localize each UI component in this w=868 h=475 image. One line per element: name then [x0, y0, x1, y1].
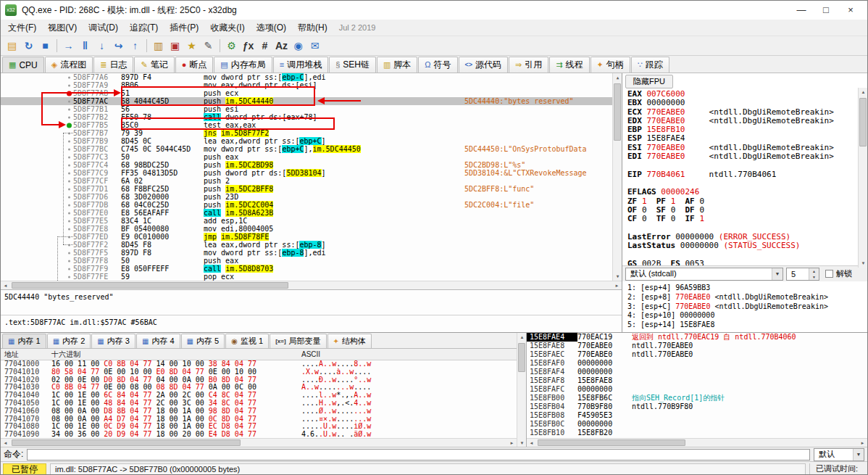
- stack-row[interactable]: 15E8FB04770B9F80ntdll.770B9F80: [527, 402, 867, 411]
- disasm-row[interactable]: 5D8F77D168 F8BFC25Dpush im.5DC2BFF85DC2B…: [1, 185, 622, 193]
- disasm-row[interactable]: 5D8F77B585C0test eax,eax: [1, 121, 622, 129]
- scrollbar-thumb[interactable]: [859, 98, 867, 146]
- disasm-row[interactable]: 5D8F77F28D45 F8lea eax,dword ptr ss:[ebp…: [1, 241, 622, 249]
- tab-dump-5[interactable]: ▦内存 5: [181, 334, 225, 348]
- call-argument-line[interactable]: 3: [esp+C] 770EABE0 <ntdll.DbgUiRemoteBr…: [627, 302, 867, 312]
- scrollbar-thumb[interactable]: [12, 282, 288, 289]
- stack-row[interactable]: 15E8FAE8770EABE0ntdll.770EABE0: [527, 342, 867, 350]
- tab-handles[interactable]: ✦句柄: [591, 57, 630, 73]
- register-line[interactable]: EDI 770EABE0 <ntdll.DbgUiRemoteBreakin>: [627, 152, 867, 161]
- calling-convention-select[interactable]: 默认 (stdcall) ▼: [625, 268, 783, 281]
- tab-dump-2[interactable]: ▦内存 2: [47, 334, 91, 348]
- tab-dump-1[interactable]: ▦内存 1: [2, 334, 46, 348]
- pause-icon[interactable]: ‖: [77, 38, 93, 54]
- disasm-row[interactable]: 5D8F77C468 98BDC25Dpush im.5DC2BD985DC2B…: [1, 161, 622, 169]
- scrollbar-thumb[interactable]: [614, 83, 621, 141]
- settings-gear-icon[interactable]: ⚙: [223, 38, 240, 54]
- step-into-icon[interactable]: ↓: [93, 38, 110, 54]
- disasm-row[interactable]: 5D8F77E583C4 1Cadd esp,1C: [1, 217, 622, 225]
- scroll-up-button[interactable]: ▲: [859, 88, 867, 96]
- command-profile-select[interactable]: 默认 ▼: [814, 448, 864, 461]
- hash-icon[interactable]: #: [256, 38, 273, 54]
- tab-call-stack[interactable]: ≡调用堆栈: [273, 57, 328, 73]
- disasm-row[interactable]: 5D8F77EDE9 0C010000jmp im.5D8F78FE: [1, 233, 622, 241]
- restart-icon[interactable]: ↻: [20, 38, 37, 54]
- minimize-button[interactable]: —: [789, 1, 814, 19]
- stack-row[interactable]: 15E8FAF400000000: [527, 368, 867, 376]
- step-over-icon[interactable]: ↪: [110, 38, 127, 54]
- disasm-row[interactable]: 5D8F77F9E8 050FFEFFcall im.5D8D8703: [1, 265, 622, 273]
- tab-seh[interactable]: §SEH链: [329, 57, 376, 73]
- disasm-row[interactable]: 5D8F77E0E8 56EAFAFFcall im.5D8A623B: [1, 209, 622, 217]
- disasm-row[interactable]: 5D8F77B156push esi: [1, 105, 622, 113]
- call-argument-line[interactable]: 4: [esp+10] 00000000: [627, 311, 867, 321]
- scroll-right-button[interactable]: ►: [858, 439, 867, 447]
- tab-symbols[interactable]: Ω符号: [418, 57, 457, 73]
- disasm-row[interactable]: 5D8F77CF6A 02push 2: [1, 177, 622, 185]
- tab-cpu[interactable]: ▦CPU: [2, 57, 44, 73]
- comment-icon[interactable]: ✎: [200, 38, 217, 54]
- stack-row[interactable]: 15E8FAF000000000: [527, 359, 867, 368]
- scrollbar-thumb[interactable]: [518, 343, 525, 372]
- unlock-checkbox[interactable]: 解锁: [825, 268, 852, 279]
- menu-item[interactable]: 收藏夹(I): [204, 20, 250, 36]
- stop-icon[interactable]: ■: [37, 38, 54, 54]
- menu-item[interactable]: 文件(F): [2, 20, 42, 36]
- dump-vscrollbar[interactable]: ▲▼: [517, 333, 526, 447]
- scroll-up-button[interactable]: ▲: [613, 73, 622, 82]
- tab-locals[interactable]: [x=]局部变量: [270, 334, 326, 348]
- tab-dump-4[interactable]: ▦内存 4: [136, 334, 180, 348]
- tab-memory-map[interactable]: ▤内存布局: [214, 57, 272, 73]
- tab-graph[interactable]: ◈流程图: [45, 57, 93, 73]
- stack-hscrollbar[interactable]: ◄►: [527, 438, 867, 447]
- az-icon[interactable]: Az: [273, 38, 290, 54]
- disasm-row[interactable]: 5D8F77C9FF35 04813D5Dpush dword ptr ds:[…: [1, 169, 622, 177]
- register-line[interactable]: GS 002B FS 0053: [627, 260, 867, 265]
- disasm-row[interactable]: 5D8F77C350push eax: [1, 153, 622, 161]
- scroll-right-button[interactable]: ►: [507, 439, 517, 447]
- close-button[interactable]: ×: [838, 1, 863, 19]
- maximize-button[interactable]: □: [814, 1, 838, 19]
- open-file-icon[interactable]: ▤: [4, 38, 20, 54]
- register-line[interactable]: EIP 770B4061 ntdll.770B4061: [627, 170, 867, 179]
- favourites-icon[interactable]: ★: [183, 38, 200, 54]
- scroll-left-button[interactable]: ◄: [1, 439, 10, 447]
- stack-row[interactable]: 15E8FAFC00000000: [527, 385, 867, 394]
- menu-item[interactable]: 调试(D): [83, 20, 124, 36]
- disasm-row[interactable]: 5D8F77D668 3D020000push 23D: [1, 193, 622, 201]
- tab-breakpoints[interactable]: ●断点: [175, 57, 214, 73]
- spinner-arrows-icon[interactable]: ▲▼: [809, 268, 819, 280]
- disasm-row[interactable]: 5D8F77DB68 04C0C25Dpush im.5DC2C0045DC2C…: [1, 201, 622, 209]
- tab-trace[interactable]: ∵跟踪: [631, 57, 669, 73]
- script-file-icon[interactable]: ▥: [150, 38, 167, 54]
- dump-row[interactable]: 7704109034 00 36 00 20 D9 04 77 18 00 20…: [1, 431, 517, 438]
- disasm-row[interactable]: 5D8F77BCC745 0C 5044C45Dmov dword ptr ss…: [1, 145, 622, 153]
- breakpoint-dot[interactable]: [67, 91, 72, 96]
- call-argument-line[interactable]: 1: [esp+4] 96A59BB3: [627, 284, 867, 293]
- tab-notes[interactable]: ✎笔记: [134, 57, 174, 73]
- disasm-row[interactable]: 5D8F77E8BF 05400080mov edi,80004005: [1, 225, 622, 233]
- disasm-row[interactable]: 5D8F77F850push eax: [1, 257, 622, 265]
- info-icon[interactable]: ◉: [290, 38, 306, 54]
- arg-count-spinner[interactable]: 5 ▲▼: [786, 268, 819, 281]
- tab-dump-3[interactable]: ▦内存 3: [91, 334, 135, 348]
- tab-script[interactable]: ▥脚本: [377, 57, 417, 73]
- scroll-down-button[interactable]: ▼: [613, 272, 622, 281]
- disassembly-hscrollbar[interactable]: ◄►: [1, 281, 622, 289]
- disasm-row[interactable]: 5D8F77A98B06mov eax,dword ptr ds:[esi]: [1, 81, 622, 89]
- register-line[interactable]: LastStatus 00000000 (STATUS_SUCCESS): [627, 241, 867, 250]
- chat-icon[interactable]: ✉: [306, 38, 323, 54]
- hide-fpu-button[interactable]: 隐藏FPU: [625, 75, 673, 88]
- menu-item[interactable]: 选项(O): [251, 20, 292, 36]
- disasm-row[interactable]: 5D8F77AB51push ecx: [1, 89, 622, 97]
- menu-item[interactable]: 追踪(T): [124, 20, 164, 36]
- call-argument-line[interactable]: 2: [esp+8] 770EABE0 <ntdll.DbgUiRemoteBr…: [627, 293, 867, 302]
- tab-log[interactable]: ≣日志: [93, 57, 133, 73]
- stack-row[interactable]: 15E8FB0015E8FB6C指向SEH_Record[1]的指针: [527, 394, 867, 402]
- stack-row[interactable]: 15E8FB0C00000000: [527, 420, 867, 429]
- scrollbar-thumb[interactable]: [538, 439, 685, 446]
- command-input[interactable]: [27, 449, 810, 460]
- patch-icon[interactable]: ▣: [167, 38, 183, 54]
- scroll-right-button[interactable]: ►: [612, 281, 622, 289]
- scrollbar-thumb[interactable]: [12, 439, 241, 446]
